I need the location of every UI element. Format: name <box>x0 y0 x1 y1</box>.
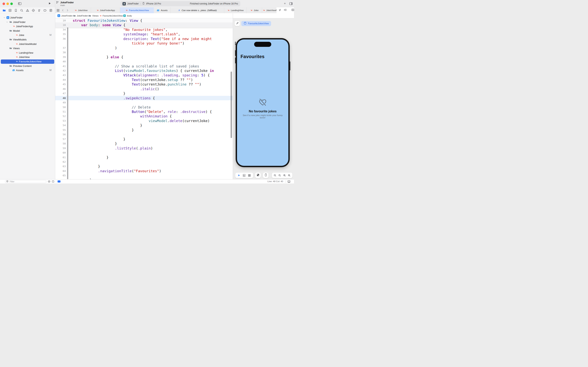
live-preview-button[interactable] <box>238 174 240 177</box>
sidebar-item-landingview[interactable]: LandingView <box>0 51 55 55</box>
preview-target-chip[interactable]: FavouriteJokesView <box>241 21 271 26</box>
scheme-target[interactable]: JokeFinder <box>127 2 139 5</box>
zoom-in-button[interactable] <box>288 174 291 177</box>
code-line-37[interactable]: 37 ) <box>55 46 233 50</box>
code-line-35[interactable]: 35 systemImage: "heart.slash", <box>55 32 233 36</box>
navigator-tab-debug[interactable] <box>38 9 41 12</box>
filter-field[interactable]: Filter <box>5 180 46 183</box>
code-line-39[interactable]: 39 } else { <box>55 55 233 59</box>
sidebar-item-jokefinderapp[interactable]: JokeFinderApp <box>0 24 55 29</box>
tab-jokeviewm[interactable]: JokeViewM <box>262 7 278 13</box>
close-window-button[interactable] <box>2 2 5 5</box>
code-line-66[interactable]: 66 } <box>55 178 233 179</box>
code-line-34[interactable]: 34 "No favourite jokes", <box>55 27 233 32</box>
breadcrumb-views[interactable]: Views <box>88 14 98 17</box>
tab-joke[interactable]: Joke <box>247 7 262 13</box>
code-line-58[interactable]: 58 } <box>55 141 233 146</box>
code-line-65[interactable]: 65 <box>55 173 233 178</box>
navigator-tab-tests[interactable] <box>32 9 35 12</box>
code-line-50[interactable]: 50 // Delete <box>55 105 233 109</box>
navigator-tab-find[interactable] <box>20 9 23 12</box>
forward-button[interactable] <box>66 9 69 12</box>
code-line-62[interactable]: 62 <box>55 159 233 164</box>
iphone-screen[interactable]: Favourites No favourite jokes See if a n… <box>237 40 288 166</box>
editor-options-button[interactable] <box>287 180 291 183</box>
zoom-out-button[interactable] <box>274 174 277 177</box>
sidebar-item-jokeview[interactable]: JokeView <box>0 55 55 59</box>
sidebar-item-favouritejokesview[interactable]: FavouriteJokesView <box>0 59 55 64</box>
code-line-41[interactable]: 41 // Show a scrollable list of saved jo… <box>55 64 233 68</box>
code-line-wrap[interactable]: tickle your funny bone!") <box>55 41 233 45</box>
breadcrumb-jokefinder[interactable]: AJokeFinder <box>57 14 72 17</box>
code-line-60[interactable]: 60 <box>55 150 233 155</box>
selectable-mode-button[interactable] <box>243 174 246 177</box>
editor-mode-indicator[interactable] <box>58 180 60 183</box>
new-tab-button[interactable]: + <box>284 1 286 5</box>
device-settings-button[interactable] <box>255 173 261 178</box>
tab-jokeview[interactable]: JokeView <box>71 7 91 13</box>
code-line-40[interactable]: 40 <box>55 59 233 64</box>
scheme-bar[interactable]: A JokeFinder › iPhone 16 Pro Finished ru… <box>121 1 240 6</box>
code-line-48[interactable]: 48 .swipeActions { <box>55 96 233 100</box>
code-line-52[interactable]: 52 withAnimation { <box>55 114 233 118</box>
pin-preview-button[interactable] <box>235 21 240 26</box>
zoom-window-button[interactable] <box>10 2 13 5</box>
breadcrumb-favouritejokesview[interactable]: FavouriteJokesView <box>99 14 123 17</box>
code-line-10[interactable]: 10struct FavouriteJokesView: View { <box>55 18 233 23</box>
tab-assets[interactable]: Assets <box>154 7 171 13</box>
sidebar-item-joke[interactable]: JokeM <box>0 33 55 37</box>
code-line-57[interactable]: 57 } <box>55 137 233 141</box>
sidebar-item-preview-content[interactable]: Preview Content <box>0 64 55 68</box>
breadcrumb-body[interactable]: Pbody <box>123 14 132 17</box>
back-button[interactable] <box>61 9 64 12</box>
device-bezel-button[interactable] <box>263 173 269 178</box>
sidebar-item-jokeviewmodel[interactable]: JokeViewModel <box>0 42 55 46</box>
filter-options-button[interactable] <box>52 180 54 183</box>
navigator-tab-issues[interactable] <box>26 9 29 12</box>
navigator-tab-reports[interactable] <box>49 9 52 12</box>
code-line-59[interactable]: 59 .listStyle(.plain) <box>55 146 233 150</box>
code-line-43[interactable]: 43 VStack(alignment: .leading, spacing: … <box>55 73 233 77</box>
code-line-51[interactable]: 51 Button("Delete", role: .destructive) … <box>55 109 233 114</box>
breadcrumb-jokefinder[interactable]: JokeFinder <box>73 14 88 17</box>
code-line-63[interactable]: 63 } <box>55 164 233 168</box>
code-line-54[interactable]: 54 } <box>55 123 233 127</box>
code-line-53[interactable]: 53 viewModel.delete(currentJoke) <box>55 119 233 123</box>
tab-favouritejokesview[interactable]: FavouriteJokesView <box>120 7 154 13</box>
editor-scrollbar[interactable] <box>231 72 232 138</box>
navigator-tab-project-navigator[interactable] <box>2 9 6 12</box>
code-line-47[interactable]: 47 } <box>55 91 233 96</box>
code-line-55[interactable]: 55 } <box>55 128 233 132</box>
minimize-window-button[interactable] <box>6 2 9 5</box>
sidebar-item-model[interactable]: Model <box>0 29 55 33</box>
code-line-61[interactable]: 61 } <box>55 155 233 159</box>
source-control-summary[interactable]: JokeFinder main <box>56 1 59 7</box>
code-line-56[interactable]: 56 <box>55 132 233 137</box>
sidebar-item-jokefinder[interactable]: JokeFinder <box>0 20 55 24</box>
sidebar-item-assets[interactable]: AssetsM <box>0 68 55 73</box>
code-line-44[interactable]: 44 Text(currentJoke.setup ?? "") <box>55 78 233 82</box>
code-line-45[interactable]: 45 Text(currentJoke.punchline ?? "") <box>55 82 233 86</box>
code-line-18[interactable]: 18 var body: some View { <box>55 23 233 27</box>
code-line-36[interactable]: 36 description: Text("See if a new joke … <box>55 37 233 41</box>
code-line-38[interactable]: 38 <box>55 50 233 55</box>
navigator-tab-breakpoints[interactable] <box>43 9 47 12</box>
tab-jokefinderapp[interactable]: JokeFinderApp <box>91 7 120 13</box>
add-file-button[interactable] <box>48 180 50 183</box>
zoom-fit-button[interactable] <box>283 174 286 177</box>
navigator-tab-source-control[interactable] <box>8 9 12 12</box>
code-line-49[interactable]: 49 <box>55 100 233 105</box>
sidebar-item-jokefinder[interactable]: AJokeFinder <box>0 16 55 20</box>
scheme-device[interactable]: iPhone 16 Pro <box>146 2 161 5</box>
tab-overview-button[interactable] <box>57 9 59 12</box>
zoom-100-button[interactable]: 1 <box>278 174 281 177</box>
sidebar-item-viewmodels[interactable]: ViewModels <box>0 38 55 42</box>
sidebar-item-views[interactable]: Views <box>0 46 55 50</box>
tab-can-now-delete-s-jokes-3df8aab-[interactable]: #Can now delete s...jokes. (3df8aab) <box>171 7 224 13</box>
code-line-46[interactable]: 46 .italic() <box>55 87 233 91</box>
code-line-64[interactable]: 64 .navigationTitle("Favourites") <box>55 169 233 173</box>
code-line-42[interactable]: 42 List(viewModel.favouriteJokes) { curr… <box>55 68 233 73</box>
source-editor[interactable]: 34 "No favourite jokes",35 systemImage: … <box>55 18 233 179</box>
navigator-tab-bookmarks[interactable] <box>14 9 17 12</box>
tab-landingview[interactable]: LandingView <box>224 7 247 13</box>
